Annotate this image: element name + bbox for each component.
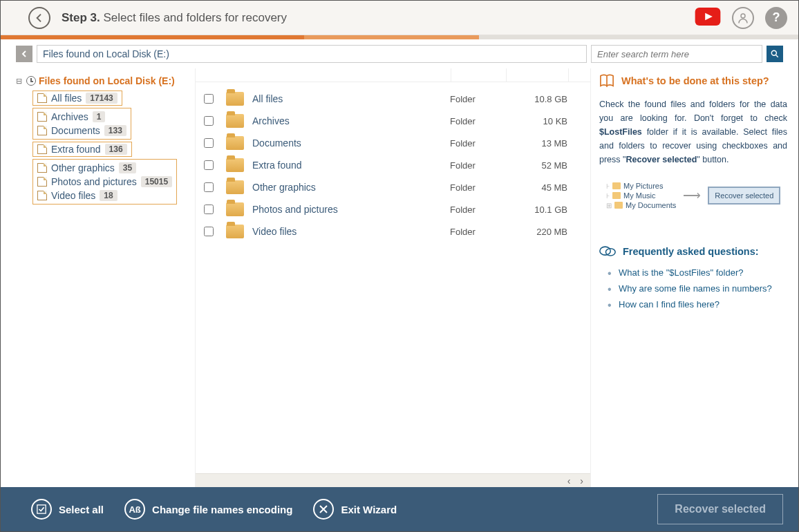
list-row[interactable]: All filesFolder10.8 GB (196, 88, 590, 110)
tree-item-photos[interactable]: Photos and pictures 15015 (36, 175, 173, 189)
row-size: 10.8 GB (505, 94, 567, 104)
checkbox-icon (31, 499, 52, 520)
arrow-right-icon: ⟶ (683, 188, 701, 203)
list-row[interactable]: Video filesFolder220 MB (196, 220, 590, 243)
arrow-left-icon (34, 12, 45, 23)
svg-point-1 (741, 14, 745, 18)
book-icon (599, 74, 614, 88)
help-pane: What's to be done at this step? Check th… (591, 68, 798, 487)
list-row[interactable]: Other graphicsFolder45 MB (196, 176, 590, 198)
list-row[interactable]: ArchivesFolder10 KB (196, 110, 590, 132)
folder-icon (226, 158, 244, 172)
row-checkbox[interactable] (204, 182, 214, 192)
row-name: Other graphics (252, 182, 450, 193)
clock-icon (26, 76, 36, 86)
row-size: 220 MB (505, 227, 567, 237)
row-size: 10 KB (505, 116, 567, 126)
svg-rect-5 (37, 505, 46, 513)
row-name: Video files (252, 226, 450, 237)
folder-icon (226, 92, 244, 106)
illus-recover-button: Recover selected (708, 187, 780, 205)
breadcrumb-input[interactable] (37, 45, 587, 63)
user-icon (737, 12, 749, 24)
list-row[interactable]: DocumentsFolder13 MB (196, 132, 590, 154)
help-body: Check the found files and folders for th… (599, 97, 787, 167)
encoding-button[interactable]: Aß Change file names encoding (124, 499, 292, 520)
row-checkbox[interactable] (204, 94, 214, 104)
bottom-bar: Select all Aß Change file names encoding… (1, 487, 798, 531)
folder-icon (226, 114, 244, 128)
svg-point-3 (600, 247, 610, 255)
row-name: Documents (252, 137, 450, 149)
list-row[interactable]: Photos and picturesFolder10.1 GB (196, 198, 590, 220)
file-icon (37, 126, 47, 135)
help-button[interactable]: ? (765, 7, 787, 29)
row-type: Folder (450, 160, 505, 171)
row-type: Folder (450, 205, 505, 215)
row-type: Folder (450, 138, 505, 149)
header: Step 3. Select files and folders for rec… (1, 1, 798, 35)
svg-point-2 (771, 50, 776, 55)
page-next-button[interactable]: › (580, 475, 583, 486)
select-all-button[interactable]: Select all (31, 499, 104, 520)
search-icon (770, 49, 780, 59)
tree-item-all-files[interactable]: All files 17143 (32, 91, 122, 106)
row-type: Folder (450, 116, 505, 126)
folder-icon (226, 136, 244, 150)
page-title: Step 3. Select files and folders for rec… (62, 11, 287, 25)
faq-icon (599, 245, 616, 258)
tree-item-documents[interactable]: Documents 133 (36, 124, 128, 137)
faq-link[interactable]: How can I find files here? (608, 296, 787, 312)
row-checkbox[interactable] (204, 227, 214, 236)
help-illustration: ⊦My Pictures ⊦My Music ⊞My Documents ⟶ R… (606, 180, 787, 211)
tree-root[interactable]: ⊟ Files found on Local Disk (E:) (16, 75, 191, 86)
collapse-toggle[interactable]: ⊟ (16, 77, 22, 86)
tree-item-archives[interactable]: Archives 1 (36, 110, 128, 124)
row-name: Extra found (252, 160, 450, 171)
tree-pane: ⊟ Files found on Local Disk (E:) All fil… (1, 68, 196, 487)
exit-wizard-button[interactable]: Exit Wizard (313, 499, 397, 520)
search-input[interactable] (591, 45, 762, 63)
file-icon (37, 93, 47, 103)
row-name: All files (252, 93, 450, 104)
row-name: Archives (252, 115, 450, 126)
breadcrumb-back-button[interactable] (16, 46, 32, 62)
youtube-button[interactable] (695, 8, 721, 28)
encoding-icon: Aß (124, 499, 145, 520)
youtube-icon (695, 8, 721, 26)
list-row[interactable]: Extra foundFolder52 MB (196, 154, 590, 176)
recover-selected-button[interactable]: Recover selected (657, 494, 783, 524)
list-pager: ‹ › (196, 473, 590, 487)
row-size: 13 MB (505, 138, 567, 149)
file-list-pane: All filesFolder10.8 GBArchivesFolder10 K… (196, 68, 591, 487)
row-name: Photos and pictures (252, 204, 450, 215)
back-button[interactable] (28, 7, 50, 29)
row-size: 10.1 GB (505, 205, 567, 215)
row-checkbox[interactable] (204, 116, 214, 126)
tree-item-other-graphics[interactable]: Other graphics 35 (36, 161, 173, 175)
row-checkbox[interactable] (204, 160, 214, 170)
tree-item-extra-found[interactable]: Extra found 136 (32, 142, 132, 157)
close-icon (313, 499, 334, 520)
list-header (196, 68, 590, 82)
question-icon: ? (773, 10, 780, 25)
row-checkbox[interactable] (204, 138, 214, 148)
search-button[interactable] (767, 46, 783, 62)
row-type: Folder (450, 94, 505, 104)
caret-left-icon (21, 50, 28, 57)
row-checkbox[interactable] (204, 205, 214, 214)
faq-title: Frequently asked questions: (599, 245, 787, 258)
page-prev-button[interactable]: ‹ (567, 475, 571, 486)
file-icon (37, 177, 47, 187)
folder-icon (226, 202, 244, 216)
folder-icon (226, 180, 244, 194)
file-icon (37, 112, 47, 122)
folder-icon (226, 225, 244, 238)
file-icon (37, 144, 47, 154)
tree-item-video[interactable]: Video files 18 (36, 189, 173, 202)
row-size: 52 MB (505, 160, 567, 171)
faq-link[interactable]: What is the "$LostFiles" folder? (608, 265, 787, 281)
faq-link[interactable]: Why are some file names in numbers? (608, 281, 787, 296)
account-button[interactable] (732, 7, 754, 29)
file-icon (37, 191, 47, 200)
